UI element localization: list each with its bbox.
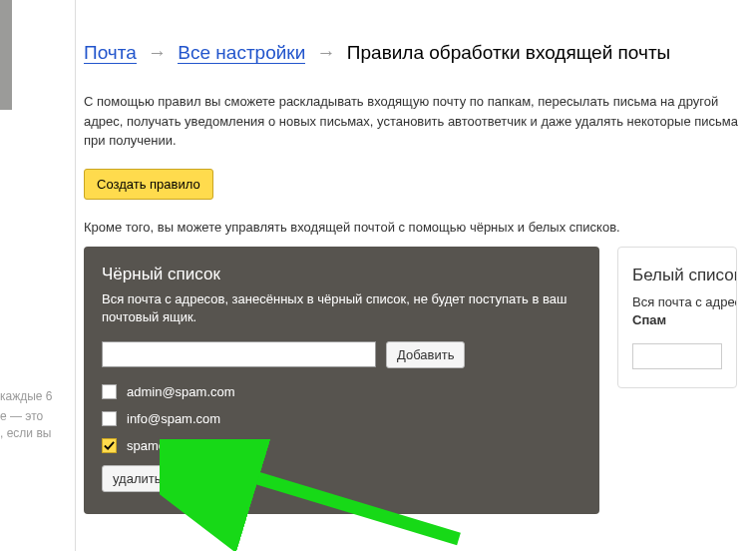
whitelist-title: Белый список xyxy=(632,266,722,285)
blacklist-entry: admin@spam.com xyxy=(102,384,581,399)
entry-email: spamer@spam.com xyxy=(127,438,243,453)
entry-checkbox[interactable] xyxy=(102,384,117,399)
breadcrumb-current: Правила обработки входящей почты xyxy=(347,42,670,63)
blacklist-description: Вся почта с адресов, занесённых в чёрный… xyxy=(102,290,581,328)
blacklist-entry: spamer@spam.com xyxy=(102,438,581,453)
whitelist-desc-text: Вся почта с адресов xyxy=(632,294,737,309)
blacklist-panel: Чёрный список Вся почта с адресов, занес… xyxy=(84,247,599,515)
intro-text: С помощью правил вы сможете раскладывать… xyxy=(84,92,756,151)
sidebar: каждые 6 е — это , если вы xyxy=(0,0,76,551)
entry-email: admin@spam.com xyxy=(127,384,235,399)
arrow-right-icon: → xyxy=(317,42,336,63)
entry-checkbox[interactable] xyxy=(102,411,117,426)
sidebar-decoration xyxy=(0,0,12,110)
whitelist-description: Вся почта с адресов Спам xyxy=(632,293,722,329)
whitelist-desc-bold: Спам xyxy=(632,312,666,327)
whitelist-panel: Белый список Вся почта с адресов Спам xyxy=(617,247,737,388)
sidebar-text-fragment: каждые 6 xyxy=(0,387,53,406)
breadcrumb-link-mail[interactable]: Почта xyxy=(84,42,137,64)
blacklist-email-input[interactable] xyxy=(102,341,376,367)
blacklist-entry: info@spam.com xyxy=(102,411,581,426)
whitelist-email-input[interactable] xyxy=(632,343,722,369)
blacklist-title: Чёрный список xyxy=(102,265,581,284)
blacklist-add-button[interactable]: Добавить xyxy=(386,341,465,368)
breadcrumb-link-settings[interactable]: Все настройки xyxy=(178,42,305,64)
remove-from-list-button[interactable]: удалить из списка xyxy=(102,465,232,492)
breadcrumb: Почта → Все настройки → Правила обработк… xyxy=(84,0,756,74)
create-rule-button[interactable]: Создать правило xyxy=(84,169,213,200)
note-text: Кроме того, вы можете управлять входящей… xyxy=(84,220,756,235)
arrow-right-icon: → xyxy=(148,42,167,63)
entry-email: info@spam.com xyxy=(127,411,220,426)
entry-checkbox[interactable] xyxy=(102,438,117,453)
sidebar-text-fragment: , если вы xyxy=(0,424,51,443)
